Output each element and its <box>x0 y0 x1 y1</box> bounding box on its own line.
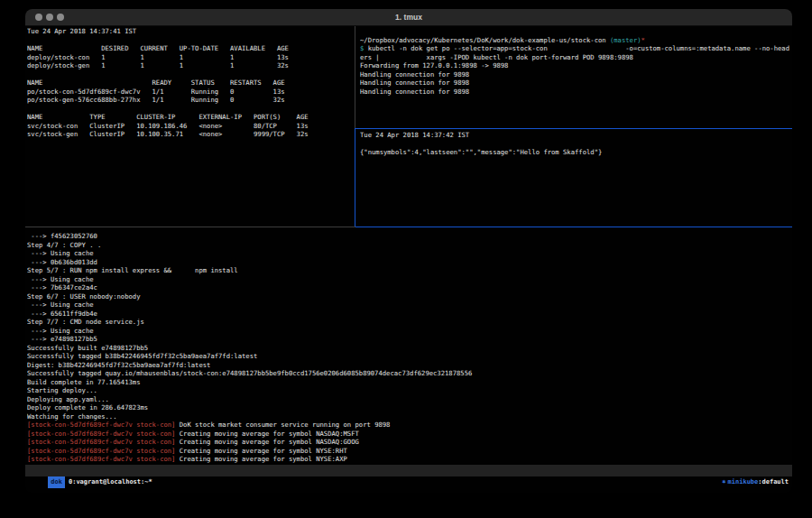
terminal-line: [stock-con-5d7df689cf-dwc7v stock-con] C… <box>27 438 790 447</box>
terminal-line: svc/stock-con ClusterIP 10.109.186.46 <n… <box>27 122 353 131</box>
terminal-line: Step 6/7 : USER nobody:nobody <box>27 292 790 301</box>
pane-kubectl-get[interactable]: Tue 24 Apr 2018 14:37:41 IST NAME DESIRE… <box>27 27 353 217</box>
terminal-line: Watching for changes... <box>27 412 790 421</box>
window-titlebar[interactable]: 1. tmux <box>25 9 792 26</box>
terminal-line: ---> 65611ff9db4e <box>27 310 790 319</box>
terminal-line: ers | xargs -IPOD kubectl -n dok port-fo… <box>360 53 790 62</box>
terminal-line: deploy/stock-con 1 1 1 1 13s <box>27 53 353 62</box>
terminal-line: ---> 7b6347ce2a4c <box>27 283 790 292</box>
terminal-line: [stock-con-5d7df689cf-dwc7v stock-con] C… <box>27 455 790 464</box>
terminal-line: po/stock-gen-576cc688bb-277hx 1/1 Runnin… <box>27 96 353 105</box>
terminal-line: [stock-con-5d7df689cf-dwc7v stock-con] D… <box>27 421 790 430</box>
terminal-line: Build complete in 77.165413ms <box>27 378 790 387</box>
terminal-line: Step 5/7 : RUN npm install express && np… <box>27 266 790 275</box>
terminal-line: Step 4/7 : COPY . . <box>27 241 790 250</box>
pane-divider-horizontal-active-top[interactable] <box>355 128 792 129</box>
terminal-line: Successfully tagged b38b42246945fd7f32c5… <box>27 352 790 361</box>
pane-divider-horizontal-inactive[interactable] <box>25 227 355 227</box>
terminal-line: Tue 24 Apr 2018 14:37:42 IST <box>360 131 790 140</box>
terminal-line: Successfully tagged quay.io/mhausenblas/… <box>27 369 790 378</box>
terminal-line: deploy/stock-gen 1 1 1 1 32s <box>27 61 353 70</box>
terminal-line: Tue 24 Apr 2018 14:37:41 IST <box>27 27 353 36</box>
terminal-line: [stock-con-5d7df689cf-dwc7v stock-con] C… <box>27 447 790 456</box>
terminal-line: ~/Dropbox/advocacy/Kubernetes/DoK/work/d… <box>360 36 790 45</box>
terminal-line: Handling connection for 9898 <box>360 70 790 79</box>
tmux-status-bar: dok0:vagrant@localhost:~* ⎈minikube:defa… <box>25 465 792 476</box>
pane-divider-horizontal-active-bottom[interactable] <box>355 227 792 227</box>
terminal-line: NAME READY STATUS RESTARTS AGE <box>27 79 353 88</box>
terminal-line <box>360 27 790 36</box>
pane-service-response[interactable]: Tue 24 Apr 2018 14:37:42 IST {"numsymbol… <box>360 131 790 225</box>
status-right: ⎈minikube:default <box>692 465 789 476</box>
terminal-line: {"numsymbols":4,"lastseen":"","message":… <box>360 148 790 157</box>
pane-divider-vertical-inactive[interactable] <box>355 26 355 128</box>
terminal-line: $ kubectl -n dok get po --selector=app=s… <box>360 44 790 53</box>
terminal-line: Successfully built e74898127bb5 <box>27 344 790 353</box>
pane-divider-vertical-active[interactable] <box>355 128 355 227</box>
terminal-line: Forwarding from 127.0.0.1:9898 -> 9898 <box>360 61 790 70</box>
terminal-line: ---> Using cache <box>27 327 790 336</box>
pane-skaffold-build-log[interactable]: ---> f45623052760Step 4/7 : COPY . . ---… <box>27 232 790 478</box>
terminal-line: Digest: b38b42246945fd7f32c5ba9aea7af7fd… <box>27 361 790 370</box>
terminal-line: NAME TYPE CLUSTER-IP EXTERNAL-IP PORT(S)… <box>27 113 353 122</box>
terminal-line: NAME DESIRED CURRENT UP-TO-DATE AVAILABL… <box>27 44 353 53</box>
terminal-line: ---> 0b636bd013dd <box>27 258 790 267</box>
desktop: 1. tmux Tue 24 Apr 2018 14:37:41 IST NAM… <box>0 0 812 518</box>
tmux-session: Tue 24 Apr 2018 14:37:41 IST NAME DESIRE… <box>25 26 792 493</box>
terminal-line: Deploying app.yaml... <box>27 395 790 404</box>
terminal-line: [stock-con-5d7df689cf-dwc7v stock-con] C… <box>27 430 790 439</box>
terminal-line: ---> e74898127bb5 <box>27 335 790 344</box>
terminal-line: svc/stock-gen ClusterIP 10.100.35.71 <no… <box>27 130 353 139</box>
terminal-line: ---> Using cache <box>27 275 790 284</box>
helm-wheel-icon: ⎈ <box>722 478 725 486</box>
kube-context: minikube <box>728 478 759 486</box>
terminal-line <box>27 70 353 79</box>
terminal-line: ---> f45623052760 <box>27 232 790 241</box>
pane-port-forward[interactable]: ~/Dropbox/advocacy/Kubernetes/DoK/work/d… <box>360 27 790 127</box>
terminal-line <box>360 140 790 149</box>
terminal-line: Handling connection for 9898 <box>360 88 790 97</box>
terminal-line <box>27 105 353 114</box>
window-item[interactable]: 0:vagrant@localhost:~* <box>69 478 152 486</box>
terminal-line: Handling connection for 9898 <box>360 79 790 88</box>
terminal-window: 1. tmux Tue 24 Apr 2018 14:37:41 IST NAM… <box>25 9 792 493</box>
window-title: 1. tmux <box>25 9 792 25</box>
session-name-badge[interactable]: dok <box>48 476 65 488</box>
terminal-line: Starting deploy... <box>27 386 790 395</box>
terminal-line <box>27 36 353 45</box>
kube-namespace: :default <box>758 478 789 486</box>
terminal-line: Deploy complete in 286.647823ms <box>27 403 790 412</box>
terminal-line: ---> Using cache <box>27 301 790 310</box>
terminal-line: po/stock-con-5d7df689cf-dwc7v 1/1 Runnin… <box>27 88 353 97</box>
terminal-line: Step 7/7 : CMD node service.js <box>27 318 790 327</box>
terminal-line: ---> Using cache <box>27 249 790 258</box>
